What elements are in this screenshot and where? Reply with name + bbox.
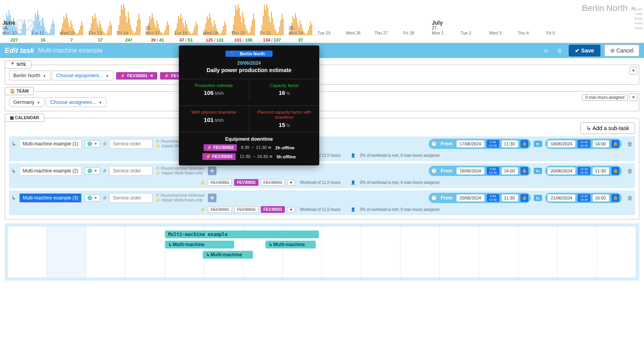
move-handle[interactable]: ✥ — [208, 167, 216, 175]
equipment-chip[interactable]: ⚡FEV30001✕ — [116, 72, 157, 80]
bolt-icon: ⚡ — [200, 180, 206, 185]
hours-impact: ⏱Hours/machine Unknown⚡Impact Work hours… — [156, 193, 205, 203]
to-label: to — [534, 141, 542, 147]
to-time-range[interactable]: 12:3016:30 — [578, 140, 590, 148]
from-time-input[interactable]: 14:00 — [502, 167, 518, 174]
task-row: ↳Multi-machine example (3)▼#⏱Hours/machi… — [9, 190, 635, 215]
gantt-bar-sub[interactable]: ↳Multi-machine — [203, 251, 253, 259]
service-order-input[interactable] — [109, 139, 153, 149]
cancel-button[interactable]: ⊘ Cancel — [604, 45, 639, 56]
to-date-input[interactable]: 21/06/2024 — [548, 194, 575, 201]
task-name[interactable]: Multi-machine example (3) — [19, 193, 82, 203]
workload-text: Workload of 11.5 hours — [300, 180, 340, 185]
add-team-button[interactable]: + — [629, 93, 637, 101]
to-time-input[interactable]: 16:00 — [593, 194, 609, 201]
equipment-tag[interactable]: FEV30001 — [208, 206, 232, 213]
hash-icon: # — [103, 141, 106, 147]
tooltip-downtime-row: ⚡FEV3000311:30 → 16:30 ≅5h offline — [179, 153, 319, 160]
gantt-bar-main[interactable]: Multi-machine example — [165, 230, 319, 238]
gantt-area: Multi-machine example ↳Multi-machine ↳Mu… — [5, 223, 639, 281]
site-section-header: 📍 SITE — [5, 60, 31, 69]
color-dropdown[interactable]: ▼ — [85, 194, 100, 201]
from-date-input[interactable]: 18/06/2024 — [457, 167, 484, 174]
from-time-input[interactable]: 11:30 — [502, 140, 518, 147]
from-date-input[interactable]: 20/06/2024 — [457, 194, 484, 201]
man-hours-badge: 0 man-hours assigned — [582, 94, 628, 101]
from-date-block: 🕐From17/06/20245:3012:3011:30🔒 — [429, 139, 531, 149]
add-subtask-button[interactable]: ↳ Add a sub-task — [580, 122, 635, 134]
week-row: 24.25.26.27. — [0, 25, 644, 30]
from-time-range[interactable]: 5:3012:30 — [487, 194, 499, 202]
to-time-range[interactable]: 12:3016:30 — [578, 194, 590, 202]
equipment-dropdown-small[interactable]: ▼ — [287, 207, 295, 212]
color-dropdown[interactable]: ▼ — [85, 140, 100, 147]
lock-icon[interactable]: 🔒 — [520, 140, 528, 148]
delete-icon[interactable]: 🗑 — [555, 47, 565, 54]
duplicate-icon[interactable]: ⊕ — [541, 47, 551, 54]
bolt-icon: ⚡ — [200, 207, 206, 212]
tooltip-title: Daily power production estimate — [179, 67, 319, 73]
team-dropdown[interactable]: Germany▼ — [9, 97, 44, 107]
lock-icon[interactable]: 🔒 — [611, 194, 619, 202]
tooltip-location: 📍 Berlin North — [226, 51, 273, 57]
to-date-input[interactable]: 18/06/2024 — [548, 140, 575, 147]
lock-icon[interactable]: 🔒 — [520, 194, 528, 202]
lock-icon[interactable]: 🔒 — [611, 167, 619, 175]
gantt-grid[interactable]: Multi-machine example ↳Multi-machine ↳Mu… — [8, 227, 636, 277]
site-dropdown[interactable]: Berlin North▼ — [9, 71, 51, 80]
equipment-row: ⚡FEV30001FEV30002FEV30003▼Workload of 11… — [11, 152, 633, 159]
task-name[interactable]: Multi-machine example (1) — [19, 139, 82, 149]
equipment-dropdown[interactable]: Choose equipment...▼ — [52, 71, 113, 80]
editbar-subtitle: Multi-machine example — [38, 47, 103, 54]
color-dropdown[interactable]: ▼ — [85, 167, 100, 174]
person-icon: 👤 — [351, 180, 355, 185]
delete-task-icon[interactable]: 🗑 — [627, 168, 633, 174]
equipment-tag[interactable]: FEV30002 — [234, 179, 258, 186]
tooltip-prod-label: Production estimate — [181, 83, 247, 88]
service-order-input[interactable] — [109, 193, 153, 203]
tooltip-plan-value: 101MWh — [181, 116, 247, 123]
clock-icon: 🕐 — [431, 168, 437, 174]
task-name[interactable]: Multi-machine example (2) — [19, 166, 82, 176]
from-date-input[interactable]: 17/06/2024 — [457, 140, 484, 147]
to-date-input[interactable]: 20/06/2024 — [548, 167, 575, 174]
subtask-icon: ↳ — [11, 168, 16, 174]
to-label: to — [534, 195, 542, 201]
delete-task-icon[interactable]: 🗑 — [627, 195, 633, 201]
lock-icon[interactable]: 🔒 — [520, 167, 528, 175]
equipment-tag[interactable]: FEV30001 — [208, 179, 232, 186]
tooltip-plan-label: With planned downtime — [181, 110, 247, 115]
add-site-button[interactable]: + — [629, 67, 637, 74]
delete-task-icon[interactable]: 🗑 — [627, 141, 633, 147]
gantt-bar-sub[interactable]: ↳Multi-machine — [266, 241, 316, 248]
equipment-tag[interactable]: FEV30002 — [234, 206, 258, 213]
from-time-range[interactable]: 5:3012:30 — [487, 140, 499, 148]
chip-remove-icon[interactable]: ✕ — [150, 73, 153, 78]
move-handle[interactable]: ✥ — [208, 194, 216, 202]
save-button[interactable]: ✔ Save — [569, 45, 600, 56]
tooltip-prod-value: 106MWh — [181, 89, 247, 96]
tooltip-date: 20/06/2024 — [179, 60, 319, 66]
production-tooltip: 📍 Berlin North 20/06/2024 Daily power pr… — [179, 45, 319, 165]
from-time-input[interactable]: 11:30 — [502, 194, 518, 201]
equipment-row: ⚡FEV30001FEV30002FEV30003▼Workload of 11… — [11, 206, 633, 213]
gantt-bar-sub[interactable]: ↳Multi-machine — [165, 241, 234, 248]
from-date-block: 🕐From18/06/20245:3012:3014:00🔒 — [429, 166, 531, 176]
lock-icon[interactable]: 🔒 — [611, 140, 619, 148]
workload-met-text: 0% of workload is met, 0 man-hours assig… — [360, 153, 439, 158]
to-time-input[interactable]: 11:30 — [593, 167, 609, 174]
equipment-dropdown-small[interactable]: ▼ — [287, 180, 295, 185]
assignee-dropdown[interactable]: Choose assignees...▼ — [46, 97, 107, 107]
team-section: 🏠 TEAM 0 man-hours assigned + Germany▼ C… — [5, 87, 639, 111]
equipment-tag[interactable]: FEV30003 — [261, 206, 285, 213]
from-time-range[interactable]: 5:3012:30 — [487, 167, 499, 175]
to-time-input[interactable]: 14:00 — [593, 140, 609, 147]
service-order-input[interactable] — [109, 166, 153, 176]
to-time-range[interactable]: 12:3016:30 — [578, 167, 590, 175]
task-row: ↳Multi-machine example (2)▼#⏱Hours/machi… — [9, 163, 635, 188]
to-label: to — [534, 168, 542, 174]
equipment-tag[interactable]: FEV30003 — [261, 179, 285, 186]
tooltip-equipment-tag: ⚡FEV30002 — [204, 144, 237, 151]
editbar-title: Edit task — [5, 47, 34, 55]
from-date-block: 🕐From20/06/20245:3012:3011:30🔒 — [429, 193, 531, 203]
